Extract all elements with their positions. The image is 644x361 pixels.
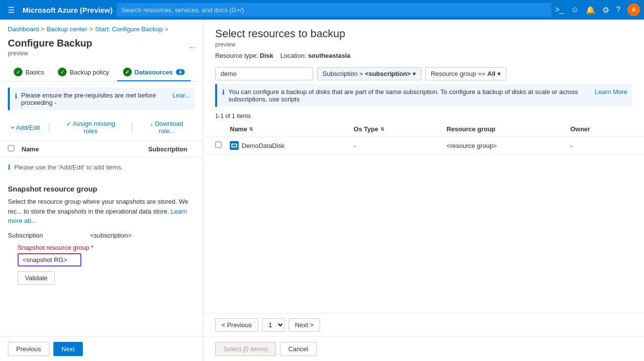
table-checkbox-all[interactable] [8, 145, 18, 153]
table-row[interactable]: DemoDataDisk - <resource group> - [203, 137, 644, 154]
datasources-tab-label: Datasources [135, 69, 173, 76]
breadcrumb-dashboard[interactable]: Dashboard [8, 25, 39, 33]
download-button[interactable]: ↓ Download role... [138, 118, 195, 137]
flyout-title: Select resources to backup [215, 27, 632, 40]
snapshot-section-title: Snapshot resource group [8, 185, 195, 193]
info-icon: ℹ [15, 92, 17, 100]
app-title: Microsoft Azure (Preview) [23, 6, 113, 14]
next-button[interactable]: Next [53, 342, 83, 356]
resource-col-rg-header: Resource group [446, 125, 570, 133]
tab-datasources[interactable]: ✓ Datasources 4 [117, 64, 191, 81]
basics-tab-label: Basics [25, 69, 44, 76]
required-asterisk: * [91, 244, 94, 251]
row-checkbox-wrapper[interactable] [215, 142, 230, 149]
topnav-icons: >_ ☺ 🔔 ⚙ ? A [555, 3, 641, 16]
row-checkbox[interactable] [215, 142, 222, 148]
subscription-filter-chip[interactable]: Subscription = <subscription> ▾ [317, 67, 421, 80]
breadcrumb-sep-1: > [41, 25, 45, 33]
flyout-meta-type-value: Disk [260, 52, 273, 59]
breadcrumb-backup-center[interactable]: Backup center [47, 25, 87, 33]
subscription-filter-dropdown-icon: ▾ [413, 70, 416, 77]
toolbar-separator-2 [132, 122, 132, 132]
select-all-checkbox[interactable] [8, 145, 14, 151]
table-empty-state: ℹ Please use the 'Add/Edit' to add items… [0, 157, 203, 177]
row-name-value: DemoDataDisk [242, 142, 284, 149]
flyout-meta-location-label: Location: [280, 52, 306, 59]
breadcrumb: Dashboard > Backup center > Start: Confi… [0, 20, 203, 35]
rg-filter-dropdown-icon: ▾ [497, 70, 501, 77]
info-text: Please ensure the pre-requisites are met… [21, 92, 169, 106]
help-icon[interactable]: ? [616, 5, 620, 14]
breadcrumb-start-configure[interactable]: Start: Configure Backup [95, 25, 163, 33]
empty-state-icon: ℹ [8, 163, 10, 171]
backup-policy-check-icon: ✓ [58, 68, 67, 76]
snapshot-rg-wrapper: Snapshot resource group * [18, 244, 195, 266]
snapshot-rg-label: Snapshot resource group * [18, 244, 195, 251]
flyout-meta-type-label: Resource type: [215, 52, 258, 59]
feedback-icon[interactable]: ☺ [571, 5, 579, 14]
cancel-button[interactable]: Cancel [280, 342, 316, 356]
backup-policy-tab-label: Backup policy [70, 69, 109, 76]
flyout-meta-location-value: southeastasia [308, 52, 350, 59]
flyout-info-bar: ℹ You can configure a backup of disks th… [215, 84, 632, 107]
col-header-name: Name [22, 145, 102, 153]
assign-roles-button[interactable]: ✓ Assign missing roles [55, 118, 126, 137]
rg-filter-label: Resource group == [431, 70, 485, 77]
breadcrumb-sep-2: > [89, 25, 93, 33]
snapshot-rg-input[interactable] [18, 253, 81, 266]
row-name-cell: DemoDataDisk [230, 141, 354, 150]
resource-table-body: DemoDataDisk - <resource group> - [203, 137, 644, 154]
flyout-actions: Select (0 items) Cancel [203, 337, 644, 361]
empty-state-text: Please use the 'Add/Edit' to add items. [14, 164, 123, 171]
more-options-icon[interactable]: ··· [189, 43, 195, 52]
datasource-toolbar: + Add/Edit ✓ Assign missing roles ↓ Down… [0, 116, 203, 141]
hamburger-icon[interactable]: ☰ [4, 3, 19, 17]
previous-page-button[interactable]: < Previous [215, 318, 258, 332]
flyout-info-text: You can configure a backup of disks that… [228, 88, 589, 103]
resource-search-input[interactable] [215, 67, 313, 80]
flyout-learn-more-link[interactable]: Learn More [595, 88, 627, 96]
avatar[interactable]: A [627, 3, 640, 16]
rg-filter-chip[interactable]: Resource group == All ▾ [425, 67, 506, 80]
settings-icon[interactable]: ⚙ [602, 5, 609, 15]
resource-table: Name ⇅ Os Type ⇅ Resource group Owner [203, 121, 644, 313]
terminal-icon[interactable]: >_ [555, 5, 564, 14]
resource-table-header: Name ⇅ Os Type ⇅ Resource group Owner [203, 121, 644, 137]
filter-bar: Subscription = <subscription> ▾ Resource… [203, 63, 644, 84]
validate-button[interactable]: Validate [18, 271, 55, 285]
rg-filter-value: All [487, 70, 495, 77]
disk-icon-inner [231, 144, 237, 147]
resource-col-ostype-header[interactable]: Os Type ⇅ [354, 125, 446, 133]
flyout-subtitle: preview [215, 41, 632, 48]
resource-col-owner-header: Owner [570, 125, 632, 133]
row-ostype-cell: - [354, 142, 446, 149]
main-area: Dashboard > Backup center > Start: Confi… [0, 20, 644, 361]
right-panel: Select resources to backup preview Resou… [203, 20, 644, 361]
flyout-meta: Resource type: Disk Location: southeasta… [215, 52, 632, 59]
page-title: Configure Backup [8, 38, 195, 49]
tab-backup-policy[interactable]: ✓ Backup policy [52, 64, 115, 81]
info-link[interactable]: Lear... [173, 92, 190, 99]
global-search-input[interactable] [117, 3, 551, 17]
ostype-sort-icon: ⇅ [380, 126, 384, 132]
select-items-button: Select (0 items) [215, 342, 276, 356]
resource-col-name-header[interactable]: Name ⇅ [230, 125, 354, 133]
validate-row: Validate [18, 271, 195, 285]
next-page-button[interactable]: Next > [289, 318, 320, 332]
result-count: 1-1 of 1 items [203, 111, 644, 121]
subscription-label: Subscription [8, 232, 86, 239]
col-header-subscription: Subscription [106, 145, 195, 153]
snapshot-rg-field-wrapper [18, 253, 195, 266]
tab-basics[interactable]: ✓ Basics [8, 64, 50, 81]
page-select[interactable]: 1 [262, 318, 285, 332]
bottom-navigation: Previous Next [0, 337, 203, 361]
subscription-row: Subscription <subscription> [8, 232, 195, 239]
previous-button[interactable]: Previous [8, 342, 50, 356]
row-owner-cell: - [570, 142, 632, 149]
page-title-area: Configure Backup preview ··· [0, 35, 203, 58]
pagination: < Previous 1 Next > [203, 313, 644, 337]
add-edit-button[interactable]: + Add/Edit [8, 122, 43, 133]
subscription-filter-label: Subscription = [322, 70, 363, 77]
top-navigation: ☰ Microsoft Azure (Preview) >_ ☺ 🔔 ⚙ ? A [0, 0, 644, 20]
bell-icon[interactable]: 🔔 [586, 5, 595, 15]
